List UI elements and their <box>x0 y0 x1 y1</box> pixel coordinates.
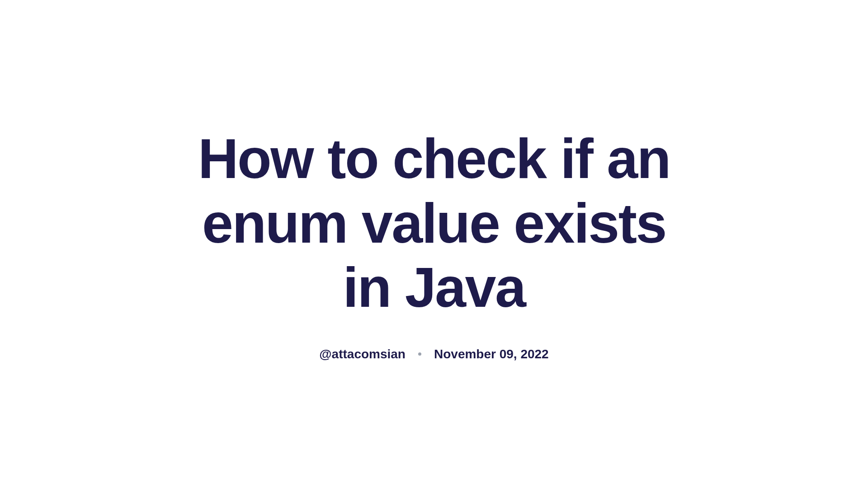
separator-dot <box>418 352 421 356</box>
publish-date: November 09, 2022 <box>434 347 549 361</box>
author-handle: @attacomsian <box>319 347 406 361</box>
article-meta: @attacomsian November 09, 2022 <box>319 347 548 361</box>
article-title: How to check if an enum value exists in … <box>181 127 687 320</box>
article-header: How to check if an enum value exists in … <box>163 127 705 361</box>
